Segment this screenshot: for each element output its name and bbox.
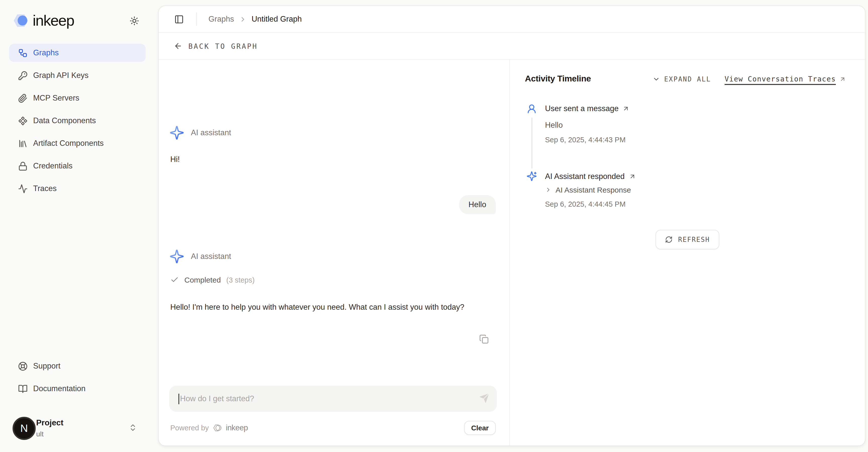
chevron-right-icon bbox=[239, 15, 247, 23]
check-icon bbox=[170, 276, 179, 284]
refresh-label: REFRESH bbox=[678, 236, 710, 243]
timeline-response-label: AI Assistant Response bbox=[556, 186, 631, 194]
status-steps: (3 steps) bbox=[226, 276, 255, 284]
breadcrumb-header: Graphs Untitled Graph bbox=[159, 6, 865, 33]
sidebar-nav: Graphs Graph API Keys MCP Servers Data C… bbox=[9, 44, 146, 202]
chat-panel: AI assistant Hi! Hello AI assistant Comp… bbox=[159, 60, 510, 446]
sparkles-icon bbox=[169, 249, 184, 264]
status-label: Completed bbox=[184, 276, 221, 284]
breadcrumb: Graphs Untitled Graph bbox=[209, 15, 302, 24]
sidebar-item-graph-api-keys[interactable]: Graph API Keys bbox=[9, 66, 146, 84]
assistant-message-header: AI assistant bbox=[169, 125, 231, 140]
collapse-toggle-button[interactable] bbox=[652, 75, 660, 83]
sidebar-item-credentials[interactable]: Credentials bbox=[9, 157, 146, 175]
view-conversation-traces-link[interactable]: View Conversation Traces bbox=[724, 75, 846, 83]
copy-icon bbox=[479, 334, 489, 344]
timeline-response-toggle[interactable]: AI Assistant Response bbox=[545, 186, 631, 194]
assistant-name: AI assistant bbox=[191, 128, 231, 137]
timeline-event-body: Hello bbox=[545, 121, 563, 130]
inkeep-logo: inkeep bbox=[13, 12, 74, 29]
main-panel: Graphs Untitled Graph BACK TO GRAPH AI a… bbox=[158, 5, 866, 446]
sidebar-item-label: Artifact Components bbox=[33, 139, 104, 148]
powered-by-brand: inkeep bbox=[226, 423, 248, 432]
sidebar-item-label: Credentials bbox=[33, 161, 72, 170]
assistant-message-text: Hello! I'm here to help you with whateve… bbox=[170, 301, 481, 314]
activity-icon bbox=[18, 184, 28, 193]
arrow-up-right-icon bbox=[629, 173, 636, 180]
project-switcher[interactable]: N Project ult bbox=[0, 412, 158, 452]
powered-by-label: Powered by bbox=[170, 424, 209, 432]
view-traces-label: View Conversation Traces bbox=[724, 75, 836, 83]
chevron-right-icon bbox=[545, 187, 552, 193]
powered-by[interactable]: Powered by inkeep bbox=[170, 423, 248, 432]
sidebar-item-traces[interactable]: Traces bbox=[9, 179, 146, 198]
timeline-connector bbox=[531, 118, 532, 168]
sidebar-item-label: Graphs bbox=[33, 48, 59, 57]
sidebar-item-label: Traces bbox=[33, 184, 57, 193]
sidebar-item-support[interactable]: Support bbox=[9, 357, 146, 375]
sidebar-item-label: Data Components bbox=[33, 116, 96, 125]
arrow-left-icon bbox=[174, 42, 182, 50]
panel-left-icon bbox=[174, 14, 184, 24]
life-buoy-icon bbox=[18, 361, 28, 371]
sidebar-item-artifact-components[interactable]: Artifact Components bbox=[9, 134, 146, 152]
text-cursor bbox=[178, 393, 179, 404]
component-icon bbox=[18, 116, 28, 125]
project-subtitle: ult bbox=[36, 430, 44, 438]
chevrons-up-down-icon[interactable] bbox=[129, 423, 137, 432]
paperclip-icon bbox=[18, 93, 28, 103]
sparkles-icon bbox=[526, 171, 537, 181]
key-icon bbox=[18, 70, 28, 80]
refresh-icon bbox=[665, 236, 673, 243]
timeline-actions: EXPAND ALL View Conversation Traces bbox=[652, 75, 846, 83]
refresh-button[interactable]: REFRESH bbox=[655, 230, 719, 249]
assistant-name: AI assistant bbox=[191, 252, 231, 261]
completion-status[interactable]: Completed (3 steps) bbox=[170, 276, 255, 284]
sidebar-item-data-components[interactable]: Data Components bbox=[9, 112, 146, 130]
app-root: inkeep Graphs Graph API Keys MCP Servers bbox=[0, 0, 868, 452]
back-to-graph-label: BACK TO GRAPH bbox=[188, 42, 258, 50]
sidebar-toggle-button[interactable] bbox=[173, 13, 185, 25]
breadcrumb-graphs-link[interactable]: Graphs bbox=[209, 15, 234, 24]
sidebar-item-graphs[interactable]: Graphs bbox=[9, 44, 146, 62]
activity-timeline-panel: Activity Timeline EXPAND ALL View Conver… bbox=[510, 60, 865, 446]
timeline-event-timestamp: Sep 6, 2025, 4:44:43 PM bbox=[545, 136, 626, 144]
timeline-event-timestamp: Sep 6, 2025, 4:44:45 PM bbox=[545, 200, 626, 208]
sidebar-item-mcp-servers[interactable]: MCP Servers bbox=[9, 89, 146, 107]
timeline-event-title[interactable]: User sent a message bbox=[545, 104, 630, 113]
sun-icon bbox=[130, 16, 139, 26]
library-icon bbox=[18, 139, 28, 148]
timeline-event-title-text: User sent a message bbox=[545, 104, 619, 113]
sidebar-footer-nav: Support Documentation bbox=[9, 357, 146, 402]
avatar[interactable]: N bbox=[12, 417, 36, 440]
inkeep-logo-icon bbox=[13, 13, 29, 28]
sidebar-item-documentation[interactable]: Documentation bbox=[9, 379, 146, 398]
copy-button[interactable] bbox=[479, 334, 489, 344]
timeline-event-title-text: AI Assistant responded bbox=[545, 172, 625, 181]
toolbar-row: BACK TO GRAPH bbox=[159, 33, 865, 60]
timeline-title: Activity Timeline bbox=[525, 74, 591, 84]
sidebar: inkeep Graphs Graph API Keys MCP Servers bbox=[0, 0, 158, 452]
avatar-letter: N bbox=[20, 422, 28, 434]
timeline-event-title[interactable]: AI Assistant responded bbox=[545, 172, 636, 181]
user-message-bubble: Hello bbox=[459, 195, 496, 214]
header-divider bbox=[196, 12, 197, 26]
assistant-message-text: Hi! bbox=[170, 155, 180, 164]
sidebar-item-label: Support bbox=[33, 362, 61, 371]
send-icon bbox=[479, 393, 490, 404]
content-area: AI assistant Hi! Hello AI assistant Comp… bbox=[159, 60, 865, 446]
sparkles-icon bbox=[169, 125, 184, 140]
theme-toggle-button[interactable] bbox=[128, 15, 141, 27]
breadcrumb-current: Untitled Graph bbox=[252, 15, 302, 24]
back-to-graph-button[interactable]: BACK TO GRAPH bbox=[174, 42, 258, 50]
clear-button[interactable]: Clear bbox=[464, 421, 496, 435]
chat-input-placeholder: How do I get started? bbox=[180, 394, 254, 403]
arrow-up-right-icon bbox=[623, 105, 630, 112]
expand-all-button[interactable]: EXPAND ALL bbox=[664, 75, 711, 83]
inkeep-logo-text: inkeep bbox=[33, 12, 74, 29]
chat-input[interactable]: How do I get started? bbox=[169, 386, 497, 412]
sidebar-item-label: Documentation bbox=[33, 384, 86, 393]
timeline-header: Activity Timeline EXPAND ALL View Conver… bbox=[525, 74, 846, 84]
workflow-icon bbox=[18, 48, 28, 58]
send-button[interactable] bbox=[479, 393, 490, 404]
